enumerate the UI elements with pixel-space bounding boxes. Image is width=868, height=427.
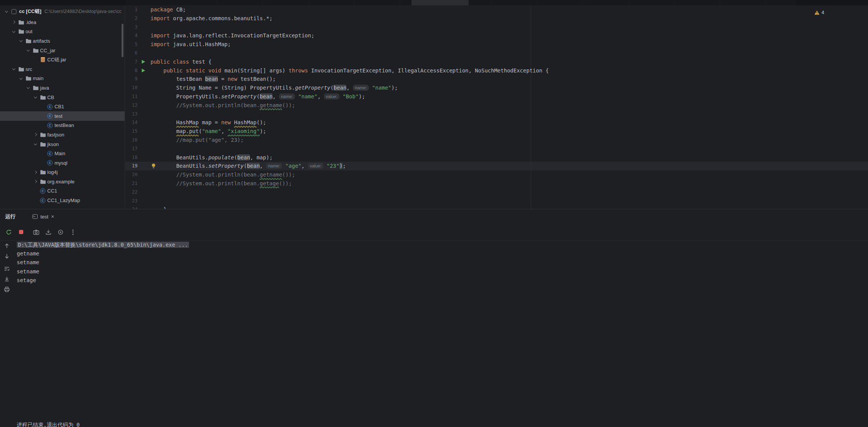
line-number[interactable]: 24 [125,205,140,209]
code-text[interactable]: PropertyUtils.setProperty(bean, name: "n… [148,92,365,101]
more-options-button[interactable] [69,229,76,236]
line-number[interactable]: 16 [125,136,140,144]
camera-button[interactable] [33,229,40,236]
chevron-expanded-icon[interactable] [25,50,32,51]
project-scrollbar-thumb[interactable] [122,24,123,57]
stop-button[interactable] [18,229,24,236]
line-number[interactable]: 10 [125,83,140,92]
tree-item-.idea[interactable]: .idea [0,18,125,27]
line-number[interactable]: 23 [125,197,140,205]
project-root-row[interactable]: cc [CC链] C:\Users\24882\Desktop\java-sec… [0,5,125,18]
print-button[interactable] [0,284,14,294]
line-number[interactable]: 2 [125,14,140,23]
line-number[interactable]: 7 [125,58,140,66]
code-text[interactable]: import java.lang.reflect.InvocationTarge… [148,31,314,40]
chevron-expanded-icon[interactable] [18,40,24,42]
code-text[interactable]: //System.out.println(bean.getage()); [148,179,292,188]
code-text[interactable] [148,23,151,32]
tree-item-java[interactable]: java [0,83,125,93]
tree-item-Main[interactable]: CMain [0,149,125,158]
import-results-button[interactable] [45,229,52,236]
tree-item-log4j[interactable]: log4j [0,168,125,177]
chevron-expanded-icon[interactable] [18,78,24,79]
chevron-expanded-icon[interactable] [25,87,32,88]
chevron-expanded-icon[interactable] [3,11,10,12]
rerun-button[interactable] [5,229,12,236]
close-icon[interactable]: × [51,214,54,219]
top-tab-bar[interactable] [0,0,868,5]
tree-item-jkson[interactable]: jkson [0,140,125,149]
chevron-expanded-icon[interactable] [32,96,39,98]
tree-item-src[interactable]: src [0,64,125,74]
line-number[interactable]: 21 [125,179,140,188]
code-text[interactable]: import org.apache.commons.beanutils.*; [148,14,272,23]
code-text[interactable] [148,144,151,153]
code-text[interactable]: HashMap map = new HashMap(); [148,118,266,127]
code-text[interactable]: String Name = (String) PropertyUtils.get… [148,83,398,92]
down-stacktrace-button[interactable] [0,251,14,261]
soft-wrap-button[interactable] [0,263,14,274]
inspections-widget[interactable]: 4 [814,10,824,15]
line-number[interactable]: 5 [125,40,140,49]
code-text[interactable]: import java.util.HashMap; [148,40,231,49]
code-text[interactable] [148,49,151,58]
line-number[interactable]: 3 [125,23,140,32]
run-console[interactable]: D:\工具\JAVA版本替换\store\jdk1.8.0_65\bin\jav… [17,241,864,427]
tree-item-test[interactable]: Ctest [0,111,125,121]
code-text[interactable]: //System.out.println(bean.getname()); [148,170,295,179]
tree-item-CC1[interactable]: CCC1 [0,186,125,196]
run-gutter-icon[interactable] [140,58,148,66]
tree-item-testBean[interactable]: CtestBean [0,121,125,130]
line-number[interactable]: 1 [125,5,140,14]
code-text[interactable] [148,197,151,205]
chevron-collapsed-icon[interactable] [10,21,17,23]
code-text[interactable]: } [148,205,167,209]
code-text[interactable]: package CB; [148,5,186,14]
line-number[interactable]: 15 [125,127,140,136]
code-text[interactable]: BeanUtils.populate(bean, map); [148,153,272,162]
tree-item-org.example[interactable]: org.example [0,177,125,186]
run-gutter-icon[interactable] [140,66,148,75]
line-number[interactable]: 17 [125,144,140,153]
chevron-expanded-icon[interactable] [10,31,17,32]
tree-item-CC1_LazyMap[interactable]: CCC1_LazyMap [0,196,125,205]
tree-item-artifacts[interactable]: artifacts [0,36,125,46]
code-text[interactable]: map.put("name", "xiaoming"); [148,127,266,136]
run-tab-test[interactable]: test × [29,209,58,224]
line-number[interactable]: 11 [125,92,140,101]
line-number[interactable]: 9 [125,75,140,83]
line-number[interactable]: 4 [125,31,140,40]
active-editor-tab[interactable] [412,0,469,5]
coverage-button[interactable] [57,229,64,236]
tree-item-CC链.jar[interactable]: CC链.jar [0,55,125,64]
line-number[interactable]: 20 [125,170,140,179]
code-editor[interactable]: 1package CB;2import org.apache.commons.b… [125,5,868,209]
chevron-collapsed-icon[interactable] [32,171,39,173]
code-text[interactable] [148,188,151,197]
line-number[interactable]: 8 [125,66,140,75]
code-text[interactable]: //System.out.println(bean.getname()); [148,101,295,110]
scroll-to-end-button[interactable] [0,274,14,284]
code-text[interactable]: public static void main(String[] args) t… [148,66,549,75]
tree-item-fastjson[interactable]: fastjson [0,130,125,140]
line-number[interactable]: 12 [125,101,140,110]
tree-item-CC_jar[interactable]: CC_jar [0,46,125,55]
code-text[interactable]: public class test { [148,58,211,66]
chevron-expanded-icon[interactable] [10,68,17,70]
intention-bulb-icon[interactable] [151,163,156,169]
tree-item-CB[interactable]: CB [0,93,125,102]
chevron-expanded-icon[interactable] [32,143,39,145]
line-number[interactable]: 22 [125,188,140,197]
tree-item-CB1[interactable]: CCB1 [0,102,125,111]
up-stacktrace-button[interactable] [0,241,14,251]
chevron-collapsed-icon[interactable] [32,133,39,136]
code-text[interactable]: BeanUtils.setProperty(bean, name: "age",… [148,162,346,170]
tree-item-mysql[interactable]: Cmysql [0,158,125,168]
line-number[interactable]: 13 [125,110,140,119]
chevron-collapsed-icon[interactable] [32,180,39,183]
code-text[interactable] [148,110,151,119]
code-text[interactable]: testBean bean = new testBean(); [148,75,276,83]
line-number[interactable]: 14 [125,118,140,127]
line-number[interactable]: 6 [125,49,140,58]
code-text[interactable]: //map.put("age", 23); [148,136,243,144]
